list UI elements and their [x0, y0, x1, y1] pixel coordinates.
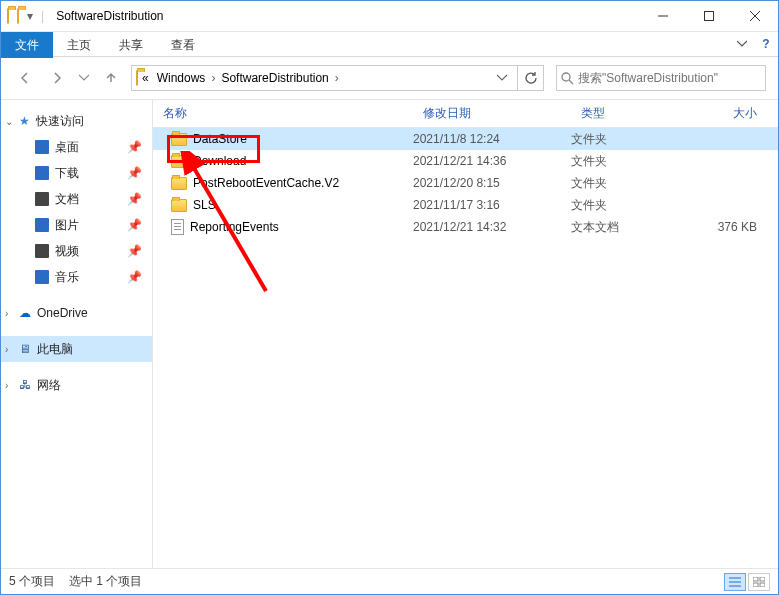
- network-icon: 🖧: [19, 378, 31, 392]
- file-date: 2021/12/21 14:36: [413, 154, 571, 168]
- sidebar-item[interactable]: 下载📌: [1, 160, 152, 186]
- breadcrumb-item[interactable]: SoftwareDistribution: [217, 66, 332, 90]
- file-date: 2021/12/21 14:32: [413, 220, 571, 234]
- ribbon-tabs: 文件 主页 共享 查看 ?: [1, 31, 778, 57]
- file-name: Download: [193, 154, 246, 168]
- address-dropdown-icon[interactable]: [491, 73, 513, 83]
- pc-icon: 🖥: [19, 342, 31, 356]
- svg-point-4: [562, 73, 570, 81]
- svg-rect-10: [760, 577, 765, 581]
- col-size[interactable]: 大小: [687, 105, 767, 122]
- forward-button[interactable]: [45, 66, 69, 90]
- sidebar-quick-access[interactable]: ⌄ ★ 快速访问: [1, 108, 152, 134]
- status-selection: 选中 1 个项目: [69, 573, 142, 590]
- refresh-button[interactable]: [518, 65, 544, 91]
- chevron-right-icon[interactable]: ›: [5, 344, 8, 355]
- minimize-button[interactable]: [640, 1, 686, 31]
- folder-icon: [171, 177, 187, 190]
- titlebar: ▾ | SoftwareDistribution: [1, 1, 778, 31]
- pin-icon: 📌: [127, 270, 142, 284]
- file-icon: [171, 219, 184, 235]
- folder-icon: [35, 218, 49, 232]
- tab-share[interactable]: 共享: [105, 32, 157, 58]
- quick-overflow-icon[interactable]: ▾: [27, 9, 33, 23]
- pin-icon: 📌: [127, 140, 142, 154]
- file-date: 2021/11/17 3:16: [413, 198, 571, 212]
- tab-home[interactable]: 主页: [53, 32, 105, 58]
- file-name: SLS: [193, 198, 216, 212]
- sidebar-item[interactable]: 文档📌: [1, 186, 152, 212]
- recent-dropdown-icon[interactable]: [77, 66, 91, 90]
- sidebar-item-label: 网络: [37, 377, 61, 394]
- file-list[interactable]: DataStore2021/11/8 12:24文件夹Download2021/…: [153, 128, 778, 568]
- search-box[interactable]: [556, 65, 766, 91]
- sidebar-item[interactable]: 图片📌: [1, 212, 152, 238]
- col-name[interactable]: 名称: [153, 105, 413, 122]
- folder-row[interactable]: SLS2021/11/17 3:16文件夹: [153, 194, 778, 216]
- chevron-right-icon[interactable]: ›: [333, 71, 341, 85]
- expand-ribbon-icon[interactable]: [730, 32, 754, 56]
- sidebar-item[interactable]: 音乐📌: [1, 264, 152, 290]
- svg-rect-12: [760, 583, 765, 587]
- address-bar[interactable]: « Windows › SoftwareDistribution ›: [131, 65, 518, 91]
- file-type: 文件夹: [571, 131, 687, 148]
- pin-icon: 📌: [127, 192, 142, 206]
- file-size: 376 KB: [687, 220, 767, 234]
- folder-icon: [35, 192, 49, 206]
- sidebar-this-pc[interactable]: › 🖥 此电脑: [1, 336, 152, 362]
- sidebar-onedrive[interactable]: › ☁ OneDrive: [1, 300, 152, 326]
- folder-icon: [35, 140, 49, 154]
- path-folder-icon: [136, 71, 138, 85]
- back-button[interactable]: [13, 66, 37, 90]
- sidebar-item-label: 下载: [55, 165, 79, 182]
- col-date[interactable]: 修改日期: [413, 105, 571, 122]
- folder-icon: [35, 244, 49, 258]
- file-list-pane: 名称 修改日期 类型 大小 DataStore2021/11/8 12:24文件…: [153, 100, 778, 568]
- chevron-right-icon[interactable]: ›: [5, 380, 8, 391]
- quick-folder-icon[interactable]: [17, 9, 19, 23]
- file-name: PostRebootEventCache.V2: [193, 176, 339, 190]
- chevron-down-icon[interactable]: ⌄: [5, 116, 13, 127]
- sidebar-network[interactable]: › 🖧 网络: [1, 372, 152, 398]
- view-details-button[interactable]: [724, 573, 746, 591]
- col-type[interactable]: 类型: [571, 105, 687, 122]
- sidebar-item[interactable]: 视频📌: [1, 238, 152, 264]
- chevron-right-icon[interactable]: ›: [5, 308, 8, 319]
- view-large-button[interactable]: [748, 573, 770, 591]
- file-name: DataStore: [193, 132, 247, 146]
- file-type: 文件夹: [571, 175, 687, 192]
- app-icon: [7, 9, 9, 23]
- close-button[interactable]: [732, 1, 778, 31]
- pin-icon: 📌: [127, 218, 142, 232]
- file-type: 文件夹: [571, 197, 687, 214]
- file-date: 2021/12/20 8:15: [413, 176, 571, 190]
- up-button[interactable]: [99, 66, 123, 90]
- star-icon: ★: [19, 114, 30, 128]
- tab-file[interactable]: 文件: [1, 32, 53, 58]
- help-button[interactable]: ?: [754, 32, 778, 56]
- window-title: SoftwareDistribution: [56, 9, 640, 23]
- tab-view[interactable]: 查看: [157, 32, 209, 58]
- file-row[interactable]: ReportingEvents2021/12/21 14:32文本文档376 K…: [153, 216, 778, 238]
- address-row: « Windows › SoftwareDistribution ›: [1, 57, 778, 100]
- chevron-right-icon[interactable]: ›: [209, 71, 217, 85]
- column-headers: 名称 修改日期 类型 大小: [153, 100, 778, 128]
- sidebar-item-label: 文档: [55, 191, 79, 208]
- breadcrumb-item[interactable]: Windows: [153, 66, 210, 90]
- file-type: 文件夹: [571, 153, 687, 170]
- folder-row[interactable]: DataStore2021/11/8 12:24文件夹: [153, 128, 778, 150]
- sidebar-item[interactable]: 桌面📌: [1, 134, 152, 160]
- sidebar-item-label: 快速访问: [36, 113, 84, 130]
- search-input[interactable]: [578, 71, 761, 85]
- status-item-count: 5 个项目: [9, 573, 55, 590]
- sidebar-item-label: 桌面: [55, 139, 79, 156]
- maximize-button[interactable]: [686, 1, 732, 31]
- sidebar-item-label: 此电脑: [37, 341, 73, 358]
- folder-row[interactable]: PostRebootEventCache.V22021/12/20 8:15文件…: [153, 172, 778, 194]
- pin-icon: 📌: [127, 166, 142, 180]
- svg-rect-9: [753, 577, 758, 581]
- search-icon: [561, 72, 574, 85]
- folder-icon: [171, 133, 187, 146]
- folder-row[interactable]: Download2021/12/21 14:36文件夹: [153, 150, 778, 172]
- svg-rect-1: [705, 12, 714, 21]
